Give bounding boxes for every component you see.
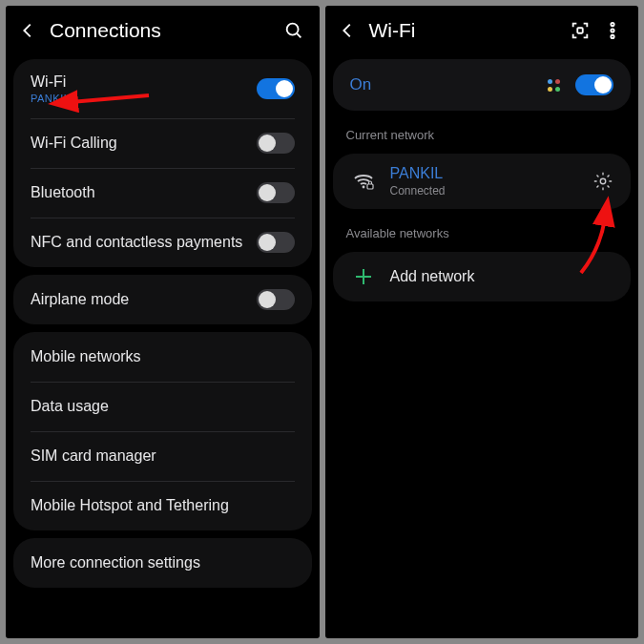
- data-usage-row[interactable]: Data usage: [13, 382, 312, 431]
- wifi-label: Wi-Fi: [31, 73, 257, 91]
- svg-point-5: [611, 29, 613, 31]
- available-networks-header: Available networks: [325, 213, 639, 248]
- back-icon[interactable]: [17, 20, 38, 41]
- page-title: Wi-Fi: [369, 19, 559, 42]
- current-network-row[interactable]: PANKIL Connected: [333, 154, 632, 209]
- wifi-on-card: On: [333, 59, 632, 111]
- wifi-screen: Wi-Fi On Current network: [325, 6, 639, 638]
- svg-rect-8: [367, 184, 373, 189]
- sim-label: SIM card manager: [31, 447, 295, 465]
- add-network-row[interactable]: Add network: [333, 252, 632, 301]
- nfc-row[interactable]: NFC and contactless payments: [13, 218, 312, 267]
- bluetooth-toggle[interactable]: [257, 182, 295, 203]
- hotspot-row[interactable]: Mobile Hotspot and Tethering: [13, 481, 312, 530]
- back-icon[interactable]: [337, 20, 358, 41]
- network-name: PANKIL: [390, 165, 578, 182]
- airplane-row[interactable]: Airplane mode: [13, 275, 312, 324]
- wifi-on-label: On: [350, 75, 549, 94]
- svg-line-1: [296, 33, 300, 37]
- gear-icon[interactable]: [592, 171, 613, 192]
- bixby-routines-icon[interactable]: [548, 79, 560, 92]
- data-usage-label: Data usage: [31, 398, 295, 415]
- wifi-sub: PANKIL: [31, 93, 257, 104]
- current-network-header: Current network: [325, 114, 639, 150]
- qr-scan-icon[interactable]: [570, 20, 591, 41]
- sim-row[interactable]: SIM card manager: [13, 431, 312, 481]
- airplane-toggle[interactable]: [257, 289, 295, 310]
- svg-point-9: [600, 178, 606, 184]
- add-network-label: Add network: [390, 268, 475, 285]
- svg-point-6: [611, 35, 613, 38]
- connections-screen: Connections Wi-Fi PANKIL Wi-Fi Calling B…: [6, 6, 320, 638]
- bluetooth-row[interactable]: Bluetooth: [13, 168, 312, 218]
- bluetooth-label: Bluetooth: [31, 184, 257, 201]
- mobile-networks-row[interactable]: Mobile networks: [13, 332, 312, 382]
- wifi-calling-toggle[interactable]: [257, 133, 295, 154]
- wifi-calling-label: Wi-Fi Calling: [31, 135, 257, 152]
- wifi-secure-icon: [352, 170, 375, 193]
- svg-point-7: [362, 186, 364, 189]
- current-network-card: PANKIL Connected: [333, 154, 632, 209]
- airplane-label: Airplane mode: [31, 291, 257, 308]
- wifi-calling-row[interactable]: Wi-Fi Calling: [13, 118, 312, 168]
- page-title: Connections: [50, 19, 272, 42]
- wifi-row[interactable]: Wi-Fi PANKIL: [13, 59, 312, 118]
- hotspot-label: Mobile Hotspot and Tethering: [31, 497, 295, 514]
- nfc-toggle[interactable]: [257, 232, 295, 253]
- mobile-networks-label: Mobile networks: [31, 348, 295, 365]
- network-status: Connected: [390, 184, 578, 197]
- svg-point-4: [611, 23, 613, 26]
- svg-rect-3: [577, 28, 583, 33]
- svg-point-0: [286, 24, 298, 35]
- connections-card-3: Mobile networks Data usage SIM card mana…: [13, 332, 312, 530]
- plus-icon: [354, 267, 373, 286]
- connections-card-2: Airplane mode: [13, 275, 312, 324]
- search-icon[interactable]: [283, 20, 304, 41]
- connections-card-1: Wi-Fi PANKIL Wi-Fi Calling Bluetooth NFC…: [13, 59, 312, 267]
- more-connection-row[interactable]: More connection settings: [13, 538, 312, 588]
- wifi-toggle[interactable]: [257, 78, 295, 99]
- connections-card-4: More connection settings: [13, 538, 312, 588]
- header: Wi-Fi: [325, 6, 639, 55]
- wifi-master-toggle[interactable]: [575, 74, 613, 95]
- header: Connections: [6, 6, 320, 55]
- nfc-label: NFC and contactless payments: [31, 234, 257, 251]
- available-networks-card: Add network: [333, 252, 632, 301]
- more-connection-label: More connection settings: [31, 554, 295, 571]
- more-icon[interactable]: [602, 20, 623, 41]
